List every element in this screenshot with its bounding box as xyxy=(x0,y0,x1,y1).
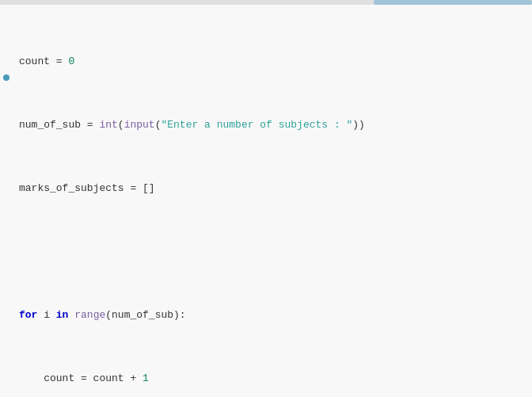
code-line-1: count = 0 xyxy=(13,54,532,70)
scrollbar-top[interactable] xyxy=(0,0,532,5)
code-line-4 xyxy=(13,244,532,260)
code-line-6: count = count + 1 xyxy=(13,371,532,387)
code-editor[interactable]: count = 0 num_of_sub = int(input("Enter … xyxy=(0,0,532,397)
scrollbar-thumb[interactable] xyxy=(374,0,532,5)
code-area: count = 0 num_of_sub = int(input("Enter … xyxy=(0,5,532,397)
code-line-2: num_of_sub = int(input("Enter a number o… xyxy=(13,117,532,133)
breakpoint-indicator[interactable] xyxy=(3,74,10,81)
code-line-5: for i in range(num_of_sub): xyxy=(13,307,532,323)
line-indicators xyxy=(0,5,13,397)
code-line-3: marks_of_subjects = [] xyxy=(13,181,532,197)
code-content[interactable]: count = 0 num_of_sub = int(input("Enter … xyxy=(13,5,532,397)
